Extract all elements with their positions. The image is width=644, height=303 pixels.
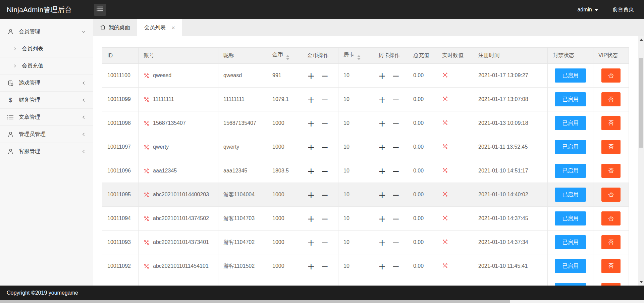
tool-icon[interactable] bbox=[144, 192, 149, 198]
minus-icon[interactable]: − bbox=[321, 71, 329, 80]
minus-icon[interactable]: − bbox=[321, 119, 329, 128]
sort-icon[interactable] bbox=[286, 55, 289, 60]
sidebar-subitem-member-recharge[interactable]: 会员充值 bbox=[0, 57, 93, 74]
plus-icon[interactable]: + bbox=[307, 190, 315, 199]
cell-vip-status: 否 bbox=[593, 231, 629, 254]
sidebar-item-game-mgmt[interactable]: 游戏管理 bbox=[0, 74, 93, 92]
ban-status-button[interactable]: 已启用 bbox=[555, 92, 586, 106]
frontend-home-link[interactable]: 前台首页 bbox=[612, 6, 634, 13]
plus-icon[interactable]: + bbox=[307, 214, 315, 223]
plus-icon[interactable]: + bbox=[307, 262, 315, 271]
close-icon[interactable]: × bbox=[171, 24, 175, 31]
plus-icon[interactable]: + bbox=[378, 238, 386, 247]
tool-icon[interactable] bbox=[442, 168, 448, 174]
menu-toggle-button[interactable] bbox=[94, 4, 106, 16]
tool-icon[interactable] bbox=[144, 120, 149, 126]
vertical-scrollbar-thumb[interactable] bbox=[639, 58, 643, 148]
tool-icon[interactable] bbox=[144, 73, 149, 79]
scroll-up-arrow-icon[interactable] bbox=[640, 39, 643, 41]
tool-icon[interactable] bbox=[442, 73, 448, 79]
plus-icon[interactable]: + bbox=[307, 119, 315, 128]
scroll-down-arrow-icon[interactable] bbox=[640, 281, 643, 283]
vip-status-button[interactable]: 否 bbox=[601, 188, 621, 202]
vip-status-button[interactable]: 否 bbox=[601, 116, 621, 130]
minus-icon[interactable]: − bbox=[392, 119, 400, 128]
vertical-scrollbar[interactable] bbox=[638, 36, 644, 286]
plus-icon[interactable]: + bbox=[378, 95, 386, 104]
minus-icon[interactable]: − bbox=[321, 214, 329, 223]
plus-icon[interactable]: + bbox=[307, 238, 315, 247]
tool-icon[interactable] bbox=[442, 97, 448, 103]
plus-icon[interactable]: + bbox=[307, 71, 315, 80]
ban-status-button[interactable]: 已启用 bbox=[555, 235, 586, 249]
ban-status-button[interactable]: 已启用 bbox=[555, 188, 586, 202]
horizontal-scrollbar-thumb[interactable] bbox=[0, 300, 510, 303]
minus-icon[interactable]: − bbox=[321, 95, 329, 104]
plus-icon[interactable]: + bbox=[307, 143, 315, 152]
tool-icon[interactable] bbox=[144, 168, 149, 174]
plus-icon[interactable]: + bbox=[378, 71, 386, 80]
tool-icon[interactable] bbox=[442, 264, 448, 269]
ban-status-button[interactable]: 已启用 bbox=[555, 164, 586, 178]
vip-status-button[interactable]: 否 bbox=[601, 164, 621, 178]
ban-status-button[interactable]: 已启用 bbox=[555, 140, 586, 154]
plus-icon[interactable]: + bbox=[378, 214, 386, 223]
plus-icon[interactable]: + bbox=[378, 262, 386, 271]
sidebar-item-admin-mgmt[interactable]: 管理员管理 bbox=[0, 126, 93, 143]
tab-my-desktop[interactable]: 我的桌面 bbox=[93, 19, 137, 36]
minus-icon[interactable]: − bbox=[392, 214, 400, 223]
plus-icon[interactable]: + bbox=[307, 95, 315, 104]
tool-icon[interactable] bbox=[442, 240, 448, 246]
minus-icon[interactable]: − bbox=[321, 143, 329, 152]
minus-icon[interactable]: − bbox=[321, 166, 329, 175]
vip-status-button[interactable]: 否 bbox=[601, 68, 621, 83]
ban-status-button[interactable]: 已启用 bbox=[555, 259, 586, 273]
horizontal-scrollbar[interactable] bbox=[0, 300, 644, 303]
vip-status-button[interactable]: 否 bbox=[601, 92, 621, 106]
plus-icon[interactable]: + bbox=[307, 166, 315, 175]
vip-status-button[interactable]: 否 bbox=[601, 235, 621, 249]
minus-icon[interactable]: − bbox=[392, 71, 400, 80]
sidebar-subitem-member-list[interactable]: 会员列表 bbox=[0, 40, 93, 57]
tab-member-list[interactable]: 会员列表 × bbox=[137, 19, 182, 36]
vip-status-button[interactable]: 否 bbox=[601, 211, 621, 225]
tool-icon[interactable] bbox=[144, 263, 149, 269]
sort-icon[interactable] bbox=[357, 55, 361, 60]
minus-icon[interactable]: − bbox=[321, 190, 329, 199]
minus-icon[interactable]: − bbox=[392, 262, 400, 271]
tool-icon[interactable] bbox=[442, 216, 448, 222]
cell-account: qweasd bbox=[139, 64, 218, 88]
account-text: abc2021011014373401 bbox=[153, 239, 209, 245]
ban-status-button[interactable]: 已启用 bbox=[555, 211, 586, 225]
sidebar-item-member-mgmt[interactable]: 会员管理 bbox=[0, 23, 93, 40]
tool-icon[interactable] bbox=[144, 97, 149, 102]
sidebar: 会员管理 会员列表 会员充值 游戏管理 bbox=[0, 19, 93, 286]
sidebar-item-service-mgmt[interactable]: 客服管理 bbox=[0, 143, 93, 160]
tool-icon[interactable] bbox=[144, 240, 149, 245]
minus-icon[interactable]: − bbox=[392, 143, 400, 152]
tool-icon[interactable] bbox=[442, 192, 448, 198]
minus-icon[interactable]: − bbox=[392, 95, 400, 104]
minus-icon[interactable]: − bbox=[321, 262, 329, 271]
tool-icon[interactable] bbox=[442, 145, 448, 150]
tool-icon[interactable] bbox=[144, 216, 149, 221]
vip-status-button[interactable]: 否 bbox=[601, 259, 621, 273]
plus-icon[interactable]: + bbox=[378, 166, 386, 175]
plus-icon[interactable]: + bbox=[378, 119, 386, 128]
ban-status-button[interactable]: 已启用 bbox=[555, 116, 586, 130]
tool-icon[interactable] bbox=[442, 121, 448, 127]
sidebar-item-finance-mgmt[interactable]: $ 财务管理 bbox=[0, 92, 93, 109]
minus-icon[interactable]: − bbox=[392, 190, 400, 199]
tool-icon[interactable] bbox=[144, 144, 149, 150]
user-dropdown[interactable]: admin bbox=[577, 7, 598, 13]
minus-icon[interactable]: − bbox=[392, 166, 400, 175]
ban-status-button[interactable]: 已启用 bbox=[555, 68, 586, 83]
plus-icon[interactable]: + bbox=[378, 143, 386, 152]
sidebar-item-article-mgmt[interactable]: 文章管理 bbox=[0, 109, 93, 126]
minus-icon[interactable]: − bbox=[321, 238, 329, 247]
minus-icon[interactable]: − bbox=[392, 238, 400, 247]
vip-status-button[interactable]: 否 bbox=[601, 283, 621, 286]
ban-status-button[interactable]: 已启用 bbox=[555, 283, 586, 286]
plus-icon[interactable]: + bbox=[378, 190, 386, 199]
vip-status-button[interactable]: 否 bbox=[601, 140, 621, 154]
